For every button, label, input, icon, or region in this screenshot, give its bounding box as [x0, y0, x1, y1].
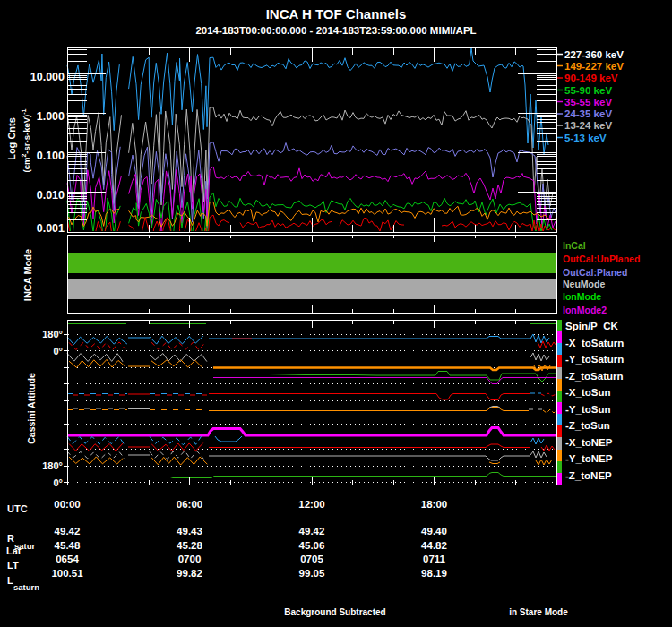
svg-text:55-90 keV: 55-90 keV — [564, 85, 612, 96]
svg-text:5-13 keV: 5-13 keV — [564, 133, 607, 143]
svg-text:-Z_toNEP: -Z_toNEP — [565, 470, 612, 481]
svg-text:24-35 keV: 24-35 keV — [564, 108, 612, 119]
svg-text:227-360 keV: 227-360 keV — [564, 49, 624, 60]
svg-text:0705: 0705 — [300, 554, 323, 564]
svg-text:2014-183T00:00:00.000 - 2014-1: 2014-183T00:00:00.000 - 2014-183T23:59:0… — [195, 25, 476, 36]
svg-text:99.05: 99.05 — [299, 568, 325, 579]
svg-text:L: L — [7, 575, 13, 586]
svg-text:Cassini Attitude: Cassini Attitude — [26, 373, 37, 444]
svg-text:(cm2-sr-s-keV)-1: (cm2-sr-s-keV)-1 — [21, 108, 31, 172]
svg-text:UTC: UTC — [7, 503, 28, 514]
svg-text:R: R — [7, 533, 14, 544]
svg-text:LT: LT — [7, 560, 19, 571]
svg-text:-Y_toSaturn: -Y_toSaturn — [565, 354, 624, 365]
svg-text:100.51: 100.51 — [51, 568, 83, 579]
svg-text:in Stare Mode: in Stare Mode — [509, 607, 568, 617]
svg-text:Spin/P_CK: Spin/P_CK — [565, 321, 618, 331]
svg-text:98.19: 98.19 — [421, 568, 447, 579]
svg-text:Log Cnts: Log Cnts — [6, 117, 17, 160]
svg-text:Lat: Lat — [6, 545, 22, 556]
svg-text:99.82: 99.82 — [177, 568, 202, 579]
svg-text:0.100: 0.100 — [37, 150, 65, 162]
svg-text:45.48: 45.48 — [55, 540, 81, 551]
svg-text:0°: 0° — [53, 346, 63, 356]
svg-text:90-149 keV: 90-149 keV — [564, 73, 618, 83]
svg-text:IonMode2: IonMode2 — [563, 305, 607, 315]
svg-text:-Z_toSun: -Z_toSun — [565, 420, 610, 431]
svg-text:-Y_toNEP: -Y_toNEP — [565, 453, 613, 464]
svg-text:00:00: 00:00 — [54, 499, 80, 510]
svg-text:INCA Mode: INCA Mode — [22, 249, 33, 301]
svg-text:1.000: 1.000 — [37, 110, 65, 123]
svg-text:-Y_toSun: -Y_toSun — [565, 404, 610, 415]
svg-text:-Z_toSaturn: -Z_toSaturn — [565, 371, 624, 382]
svg-text:0654: 0654 — [56, 554, 79, 564]
svg-text:45.06: 45.06 — [299, 540, 325, 551]
svg-text:45.28: 45.28 — [177, 540, 202, 551]
svg-text:35-55 keV: 35-55 keV — [564, 97, 612, 107]
svg-text:13-24 keV: 13-24 keV — [564, 120, 612, 131]
svg-text:149-227 keV: 149-227 keV — [564, 61, 624, 72]
svg-text:0.010: 0.010 — [37, 189, 65, 202]
svg-text:InCal: InCal — [563, 240, 586, 251]
svg-text:OutCal:UnPlaned: OutCal:UnPlaned — [563, 253, 640, 264]
svg-text:10.000: 10.000 — [30, 71, 65, 83]
svg-text:OutCal:Planed: OutCal:Planed — [563, 267, 627, 278]
svg-text:44.82: 44.82 — [421, 540, 447, 551]
svg-text:49.42: 49.42 — [55, 526, 81, 537]
svg-text:0700: 0700 — [178, 554, 202, 564]
svg-text:Background Subtracted: Background Subtracted — [284, 607, 385, 617]
svg-text:49.43: 49.43 — [177, 526, 202, 537]
svg-text:0°: 0° — [53, 477, 63, 488]
svg-text:saturn: saturn — [13, 582, 39, 592]
svg-text:0.001: 0.001 — [37, 222, 65, 235]
svg-text:06:00: 06:00 — [177, 499, 202, 510]
svg-text:180°: 180° — [42, 329, 63, 339]
svg-text:-X_toSun: -X_toSun — [565, 387, 610, 398]
svg-text:-X_toNEP: -X_toNEP — [565, 437, 613, 448]
svg-text:INCA H TOF Channels: INCA H TOF Channels — [266, 6, 407, 21]
svg-text:NeuMode: NeuMode — [563, 279, 605, 289]
svg-text:IonMode: IonMode — [563, 291, 601, 302]
svg-text:49.40: 49.40 — [421, 526, 447, 537]
svg-text:0711: 0711 — [423, 554, 446, 564]
svg-text:-X_toSaturn: -X_toSaturn — [565, 338, 624, 348]
svg-text:180°: 180° — [42, 460, 63, 471]
svg-text:18:00: 18:00 — [421, 499, 447, 510]
svg-text:12:00: 12:00 — [298, 499, 324, 510]
svg-text:49.42: 49.42 — [299, 526, 325, 537]
